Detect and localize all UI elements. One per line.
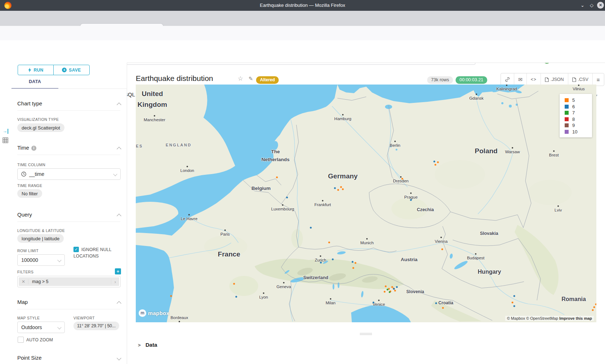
earthquake-point	[340, 186, 342, 188]
chevron-down-icon	[57, 325, 61, 329]
legend-label: 9	[572, 123, 575, 128]
divider	[17, 222, 120, 222]
earthquake-point	[592, 309, 594, 311]
viewport-value[interactable]: 11° 28' 29.70" | 50...	[73, 322, 119, 330]
chevron-up-icon[interactable]	[117, 214, 121, 218]
viewport-label: VIEWPORT	[73, 316, 95, 320]
file-icon	[572, 77, 576, 82]
chevron-down-icon[interactable]	[117, 356, 121, 360]
data-section-toggle[interactable]: Data	[145, 342, 157, 348]
map-style-label: MAP STYLE	[17, 316, 40, 320]
edit-properties-icon[interactable]: ✎	[248, 76, 253, 82]
earthquake-point	[384, 291, 386, 293]
divider	[17, 155, 120, 155]
chevron-up-icon[interactable]	[117, 147, 121, 151]
earthquake-point	[595, 304, 597, 305]
earthquake-point	[286, 197, 288, 199]
map-attribution: © Mapbox © OpenStreetMap Improve this ma…	[505, 316, 594, 321]
minimize-icon[interactable]: ⌄	[581, 3, 584, 8]
divider	[17, 110, 120, 111]
filter-box: ✕ mag > 5 ›	[17, 276, 121, 287]
earthquake-point	[334, 187, 336, 189]
favorite-star-icon[interactable]: ☆	[238, 75, 243, 82]
tab-row-border	[11, 88, 127, 89]
earthquake-point	[442, 307, 444, 309]
bolt-icon	[28, 68, 31, 72]
earthquake-point	[342, 188, 344, 190]
auto-zoom-checkbox[interactable]	[18, 337, 24, 343]
envelope-icon: ✉	[518, 77, 523, 82]
more-options-icon[interactable]: ≡	[593, 73, 604, 86]
chart-title: Earthquake distribution	[136, 74, 213, 83]
chevron-up-icon[interactable]	[117, 301, 121, 306]
earthquake-point	[512, 302, 514, 304]
ignore-null-checkbox[interactable]: ✓	[73, 247, 79, 252]
earthquake-point	[337, 189, 339, 191]
mapbox-circle-icon: m	[139, 309, 146, 317]
section-chart-type[interactable]: Chart type	[17, 100, 42, 106]
copy-link-button[interactable]	[501, 73, 514, 86]
earthquake-point	[233, 283, 235, 285]
legend-label: 8	[572, 117, 575, 122]
viz-type-value[interactable]: deck.gl Scatterplot	[17, 123, 64, 132]
legend-item: 9	[565, 122, 592, 129]
add-filter-button[interactable]: +	[115, 268, 121, 274]
window-title: Earthquake distribution — Mozilla Firefo…	[0, 3, 605, 8]
map-points	[136, 85, 596, 322]
filter-chip[interactable]: ✕ mag > 5 ›	[19, 277, 119, 286]
earthquake-point	[393, 288, 395, 290]
earthquake-point	[435, 302, 437, 304]
app-root: Earthquake distribution — Mozilla Firefo…	[0, 0, 605, 364]
collapse-panel-icon[interactable]: →	[3, 129, 8, 134]
legend-swatch	[565, 117, 569, 121]
info-icon: i	[31, 146, 36, 151]
map-legend: 5678910	[560, 94, 592, 137]
row-count-badge: 73k rows	[427, 76, 453, 84]
chevron-right-icon[interactable]: >	[138, 342, 141, 348]
mapbox-logo[interactable]: m mapbox	[139, 309, 169, 317]
chevron-down-icon	[57, 258, 61, 262]
close-icon[interactable]: ✕	[597, 2, 604, 9]
time-range-value[interactable]: No filter	[17, 189, 42, 198]
export-json-button[interactable]: .JSON	[541, 73, 568, 86]
row-limit-label: ROW LIMIT	[17, 249, 39, 253]
chevron-down-icon	[113, 172, 117, 176]
section-point-size[interactable]: Point Size	[17, 355, 42, 361]
chevron-up-icon[interactable]	[117, 103, 121, 107]
remove-filter-icon[interactable]: ✕	[19, 279, 28, 284]
chevron-right-icon[interactable]: ›	[111, 279, 119, 285]
deckgl-map[interactable]: UnitedKingdomManchesterENGLANDESLondonLe…	[136, 85, 596, 322]
embed-code-button[interactable]: <>	[527, 73, 541, 86]
panel-resize-handle[interactable]	[360, 333, 372, 336]
tab-data[interactable]: DATA	[29, 79, 41, 84]
section-time[interactable]: Timei	[17, 145, 36, 151]
time-column-label: TIME COLUMN	[17, 163, 45, 167]
time-column-select[interactable]: __time	[17, 168, 121, 180]
lonlat-value[interactable]: longitude | latitude	[17, 234, 64, 243]
earthquake-point	[437, 161, 439, 163]
email-button[interactable]: ✉	[514, 73, 527, 86]
earthquake-point	[394, 290, 396, 292]
earthquake-point	[514, 295, 515, 297]
export-csv-button[interactable]: .CSV	[568, 73, 593, 86]
section-map[interactable]: Map	[17, 299, 28, 305]
datasource-grid-icon[interactable]	[3, 137, 8, 143]
controls-panel: RUN + SAVE DATA Chart type VISUALIZATION…	[11, 63, 127, 364]
earthquake-point	[236, 296, 237, 298]
earthquake-point	[402, 178, 403, 180]
plus-circle-icon: +	[62, 68, 67, 72]
improve-map-link[interactable]: Improve this map	[559, 316, 592, 320]
map-style-select[interactable]: Outdoors	[17, 322, 65, 333]
legend-item: 7	[565, 110, 592, 116]
run-button[interactable]: RUN	[18, 65, 54, 75]
save-button[interactable]: + SAVE	[53, 65, 90, 75]
earthquake-point	[389, 291, 391, 293]
url-toolbar: ← → ⟳ 🔒︎ 172.18.0.3:32108/superset/explo…	[0, 26, 605, 41]
time-range-label: TIME RANGE	[17, 183, 42, 188]
row-limit-select[interactable]: 100000	[17, 254, 65, 266]
earthquake-point	[593, 306, 595, 308]
section-query[interactable]: Query	[17, 211, 32, 218]
maximize-icon[interactable]: ◇	[590, 3, 593, 8]
altered-badge[interactable]: Altered	[256, 76, 279, 84]
legend-swatch	[565, 130, 569, 134]
